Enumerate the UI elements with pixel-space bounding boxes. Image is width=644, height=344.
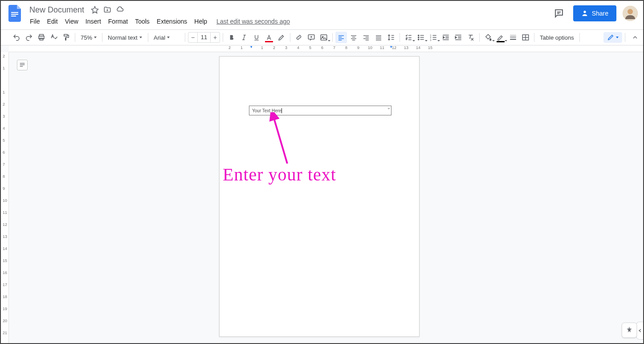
spellcheck-button[interactable] bbox=[48, 32, 60, 43]
insert-comment-button[interactable] bbox=[306, 32, 317, 43]
print-button[interactable] bbox=[36, 32, 47, 43]
clear-formatting-button[interactable] bbox=[465, 32, 477, 43]
zoom-dropdown[interactable]: 75% bbox=[78, 32, 99, 43]
paragraph-style-dropdown[interactable]: Normal text bbox=[105, 32, 145, 43]
account-avatar[interactable] bbox=[623, 6, 638, 21]
move-folder-icon[interactable] bbox=[103, 5, 112, 14]
ruler-tick: 1 bbox=[3, 66, 5, 70]
menu-tools[interactable]: Tools bbox=[132, 16, 153, 27]
font-dropdown[interactable]: Arial bbox=[151, 32, 182, 43]
decrease-indent-button[interactable] bbox=[440, 32, 452, 43]
align-center-button[interactable] bbox=[348, 32, 359, 43]
document-page[interactable]: Your Text Here bbox=[219, 56, 420, 337]
separator bbox=[290, 33, 290, 42]
border-width-button[interactable] bbox=[507, 32, 519, 43]
font-size-control: − 11 + bbox=[188, 32, 220, 43]
undo-button[interactable] bbox=[11, 32, 22, 43]
share-button[interactable]: Share bbox=[573, 5, 616, 21]
ruler-tick: 6 bbox=[3, 150, 5, 155]
svg-point-7 bbox=[628, 9, 633, 14]
align-right-button[interactable] bbox=[360, 32, 372, 43]
ruler-tick: 12 bbox=[392, 45, 396, 50]
separator bbox=[102, 33, 102, 42]
menu-insert[interactable]: Insert bbox=[82, 16, 104, 27]
separator bbox=[332, 33, 333, 42]
align-justify-button[interactable] bbox=[373, 32, 384, 43]
table-options-dropdown[interactable]: Table options bbox=[537, 32, 577, 43]
text-color-button[interactable] bbox=[263, 32, 275, 43]
fill-color-button[interactable] bbox=[482, 32, 494, 43]
font-size-value[interactable]: 11 bbox=[197, 33, 211, 42]
chevron-down-icon[interactable] bbox=[387, 108, 390, 110]
redo-button[interactable] bbox=[23, 32, 35, 43]
svg-text:3: 3 bbox=[430, 39, 432, 41]
menu-format[interactable]: Format bbox=[105, 16, 131, 27]
chevron-down-icon bbox=[616, 37, 619, 38]
collapse-toolbar-button[interactable] bbox=[632, 34, 639, 41]
ruler-tick: 15 bbox=[3, 258, 7, 263]
bold-button[interactable] bbox=[226, 32, 237, 43]
editing-mode-button[interactable] bbox=[603, 32, 622, 43]
separator bbox=[185, 33, 185, 42]
ruler-tick: 2 bbox=[3, 102, 5, 106]
increase-font-size-button[interactable]: + bbox=[211, 33, 220, 42]
comments-icon[interactable] bbox=[551, 5, 567, 21]
svg-point-42 bbox=[418, 35, 419, 36]
paint-format-button[interactable] bbox=[61, 32, 72, 43]
menu-file[interactable]: File bbox=[27, 16, 43, 27]
menu-edit[interactable]: Edit bbox=[44, 16, 61, 27]
menu-extensions[interactable]: Extensions bbox=[154, 16, 190, 27]
numbered-list-button[interactable]: 123 bbox=[428, 32, 439, 43]
last-edit-link[interactable]: Last edit was seconds ago bbox=[216, 18, 290, 25]
svg-rect-0 bbox=[11, 12, 18, 13]
app-header: New Document File Edit View Insert Forma… bbox=[1, 1, 643, 29]
underline-button[interactable] bbox=[251, 32, 262, 43]
checklist-button[interactable] bbox=[403, 32, 414, 43]
ruler-tick: 7 bbox=[3, 162, 5, 167]
ruler-tick: 15 bbox=[428, 45, 432, 50]
indent-marker-icon[interactable]: ▾ bbox=[250, 45, 253, 49]
table-input-cell[interactable]: Your Text Here bbox=[249, 106, 391, 115]
chevron-down-icon bbox=[94, 37, 97, 38]
highlight-color-button[interactable] bbox=[276, 32, 287, 43]
table-options-label: Table options bbox=[540, 34, 574, 41]
side-panel-expand-button[interactable] bbox=[636, 322, 643, 340]
star-icon[interactable] bbox=[90, 5, 99, 14]
svg-rect-2 bbox=[11, 16, 16, 16]
italic-button[interactable] bbox=[238, 32, 250, 43]
chevron-down-icon bbox=[167, 37, 170, 38]
decrease-font-size-button[interactable]: − bbox=[188, 33, 197, 42]
border-color-button[interactable] bbox=[495, 32, 506, 43]
insert-link-button[interactable] bbox=[293, 32, 305, 43]
align-left-button[interactable] bbox=[335, 32, 347, 43]
border-dash-button[interactable] bbox=[520, 32, 531, 43]
menu-view[interactable]: View bbox=[62, 16, 82, 27]
vertical-ruler[interactable]: 2 1 1 2 3 4 5 6 7 8 9 10 11 12 13 14 15 … bbox=[1, 52, 9, 343]
title-area: New Document File Edit View Insert Forma… bbox=[27, 4, 551, 27]
ruler-tick: 1 bbox=[261, 45, 263, 50]
horizontal-ruler[interactable]: 2 1 ▾ 1 2 3 4 5 6 7 8 9 10 11 12 ▾ 13 14… bbox=[9, 45, 643, 52]
header-actions: Share bbox=[551, 5, 638, 21]
document-title[interactable]: New Document bbox=[27, 4, 87, 16]
increase-indent-button[interactable] bbox=[452, 32, 464, 43]
cloud-status-icon[interactable] bbox=[115, 5, 124, 14]
svg-rect-1 bbox=[11, 14, 18, 15]
line-spacing-button[interactable] bbox=[385, 32, 397, 43]
ruler-tick: 10 bbox=[368, 45, 372, 50]
document-outline-button[interactable] bbox=[17, 60, 28, 70]
ruler-tick: 21 bbox=[3, 331, 7, 335]
bulleted-list-button[interactable] bbox=[415, 32, 427, 43]
ruler-tick: 14 bbox=[3, 246, 7, 251]
zoom-value: 75% bbox=[81, 34, 92, 41]
ruler-tick: 8 bbox=[3, 174, 5, 179]
docs-logo[interactable] bbox=[6, 4, 24, 22]
svg-point-5 bbox=[583, 11, 586, 13]
svg-rect-66 bbox=[510, 39, 516, 40]
ruler-tick: 2 bbox=[228, 45, 231, 50]
menu-help[interactable]: Help bbox=[191, 16, 210, 27]
explore-button[interactable] bbox=[622, 323, 637, 338]
ruler-tick: 18 bbox=[3, 295, 7, 299]
separator bbox=[579, 33, 580, 42]
insert-image-button[interactable] bbox=[318, 32, 330, 43]
indent-marker-icon[interactable]: ▾ bbox=[390, 45, 392, 49]
